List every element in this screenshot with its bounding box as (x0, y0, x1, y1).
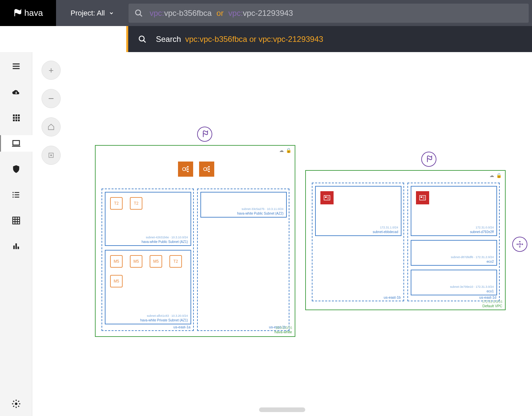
record-icon (48, 152, 54, 159)
rail-shield[interactable] (0, 161, 32, 177)
rail-laptop[interactable] (0, 135, 32, 152)
rail-chart[interactable] (0, 238, 32, 254)
zoom-record-button[interactable] (42, 146, 61, 165)
internet-gateway-icon[interactable] (421, 152, 436, 167)
subnet-label: 172.31.0.0/24 subnet-d792e2ff (470, 226, 494, 234)
subnet-public-az2[interactable]: subnet-33c5a27b · 10.3.11.0/24 hava-whit… (200, 192, 287, 218)
vm-instance[interactable] (416, 191, 429, 204)
svg-line-1 (140, 14, 142, 16)
svg-point-29 (208, 166, 210, 168)
svg-line-3 (143, 40, 146, 43)
svg-rect-10 (13, 119, 15, 121)
load-balancer[interactable] (178, 162, 193, 177)
subnet-eco2[interactable]: subnet-d87d9df6 · 172.31.2.0/24 eco2 (411, 240, 497, 266)
az-us-east-1b[interactable]: subnet-33c5a27b · 10.3.11.0/24 hava-whit… (197, 189, 289, 331)
svg-rect-11 (15, 119, 17, 121)
subnet-private-az1[interactable]: M5 M5 M5 T2 M5 subnet-afb41c83 · 10.3.20… (105, 250, 191, 324)
subnet-public-az1[interactable]: T2 T2 subnet-42631b6e · 10.3.10.0/24 hav… (105, 192, 191, 246)
vm-icon (419, 194, 427, 202)
horizontal-scrollbar[interactable] (259, 407, 305, 412)
vpc-label: 10.3.0.0/16 hava-white (275, 326, 292, 334)
svg-point-0 (135, 10, 140, 15)
ec2-instance[interactable]: M5 (110, 255, 123, 268)
svg-point-27 (187, 171, 189, 172)
svg-point-25 (187, 166, 189, 168)
az-label: us-east-1d (479, 295, 496, 299)
svg-rect-34 (420, 195, 426, 200)
svg-point-14 (12, 192, 14, 193)
gear-icon (11, 399, 21, 409)
vpc-peering-icon[interactable] (512, 237, 527, 252)
suggestion-prefix: Search (156, 35, 181, 44)
ec2-instance[interactable]: M5 (130, 255, 142, 268)
project-picker[interactable]: Project: All (56, 0, 129, 26)
rail-table[interactable] (0, 212, 32, 229)
az-us-east-1d[interactable]: 172.31.0.0/24 subnet-d792e2ff subnet-d87… (407, 183, 500, 301)
search-bar[interactable]: vpc:vpc-b356fbca or vpc:vpc-21293943 (129, 4, 529, 23)
bar-chart-icon (12, 242, 20, 251)
subnet-ebbdecad[interactable]: 172.31.1.0/24 subnet-ebbdecad (315, 186, 401, 236)
rail-cloud[interactable] (0, 84, 32, 100)
vpc-hava-white[interactable]: ☁🔒 T2 T2 subnet-42631b6e · 10.3.10.0/24 (95, 145, 295, 337)
cloud-icon: ☁ (279, 148, 284, 153)
lock-icon: 🔒 (286, 148, 291, 153)
svg-rect-9 (18, 117, 19, 119)
svg-point-2 (139, 36, 144, 41)
search-icon (138, 35, 147, 44)
svg-point-16 (12, 196, 14, 198)
svg-rect-20 (17, 247, 19, 249)
subnet-label: subnet-3e799e10 · 172.31.3.0/24 eco1 (450, 285, 494, 293)
svg-point-31 (208, 171, 210, 172)
diagram-canvas[interactable]: + − ☁🔒 (32, 52, 532, 416)
svg-rect-5 (15, 114, 17, 116)
cloud-download-icon (12, 87, 21, 97)
zoom-out-button[interactable]: − (42, 89, 61, 108)
vm-instance[interactable] (320, 191, 334, 204)
svg-rect-8 (15, 117, 17, 119)
svg-point-15 (12, 194, 14, 195)
vm-icon (323, 194, 331, 202)
ec2-instance[interactable]: M5 (150, 255, 162, 268)
az-label: us-east-1a (173, 325, 191, 329)
hava-logo-icon (13, 9, 22, 18)
az-us-east-1a[interactable]: T2 T2 subnet-42631b6e · 10.3.10.0/24 hav… (102, 189, 194, 331)
subnet-label: subnet-d87d9df6 · 172.31.2.0/24 eco2 (451, 255, 494, 264)
internet-gateway-icon[interactable] (197, 127, 212, 142)
cloud-icon: ☁ (489, 173, 494, 178)
rail-menu[interactable] (0, 58, 32, 74)
svg-rect-13 (13, 140, 19, 145)
ec2-instance[interactable]: T2 (110, 197, 123, 210)
rail-apps[interactable] (0, 109, 32, 126)
subnet-d792e2ff[interactable]: 172.31.0.0/24 subnet-d792e2ff (411, 186, 497, 236)
svg-rect-19 (15, 243, 16, 249)
ec2-instance[interactable]: M5 (110, 275, 123, 287)
svg-point-23 (50, 155, 52, 156)
elb-icon (181, 164, 190, 174)
subnet-label: subnet-33c5a27b · 10.3.11.0/24 hava-whit… (237, 207, 283, 216)
ec2-instance[interactable]: T2 (169, 255, 182, 268)
svg-point-24 (183, 167, 186, 170)
rail-settings[interactable] (0, 396, 32, 412)
svg-rect-18 (13, 246, 15, 249)
vpc-default[interactable]: ☁🔒 172.31.1.0/24 subnet-ebbdecad us-east… (305, 170, 506, 310)
suggestion-query: vpc:vpc-b356fbca or vpc:vpc-21293943 (185, 35, 323, 44)
subnet-eco1[interactable]: subnet-3e799e10 · 172.31.3.0/24 eco1 (411, 270, 497, 295)
zoom-in-button[interactable]: + (42, 61, 61, 80)
brand-logo[interactable]: hava (0, 0, 56, 26)
svg-point-26 (187, 168, 189, 170)
load-balancer[interactable] (199, 162, 214, 177)
search-input[interactable]: vpc:vpc-b356fbca or vpc:vpc-21293943 (150, 9, 523, 18)
svg-point-30 (208, 168, 210, 170)
lock-icon: 🔒 (496, 173, 502, 178)
shield-icon (12, 164, 21, 174)
table-icon (12, 216, 21, 225)
left-rail (0, 52, 32, 416)
zoom-fit-button[interactable] (42, 117, 61, 136)
rail-list[interactable] (0, 187, 32, 203)
search-suggestion[interactable]: Search vpc:vpc-b356fbca or vpc:vpc-21293… (126, 26, 532, 52)
az-us-east-1b[interactable]: 172.31.1.0/24 subnet-ebbdecad us-east-1b (312, 183, 404, 301)
svg-rect-6 (18, 114, 19, 116)
ec2-instance[interactable]: T2 (130, 197, 142, 210)
svg-rect-7 (13, 117, 15, 119)
svg-rect-4 (13, 114, 15, 116)
